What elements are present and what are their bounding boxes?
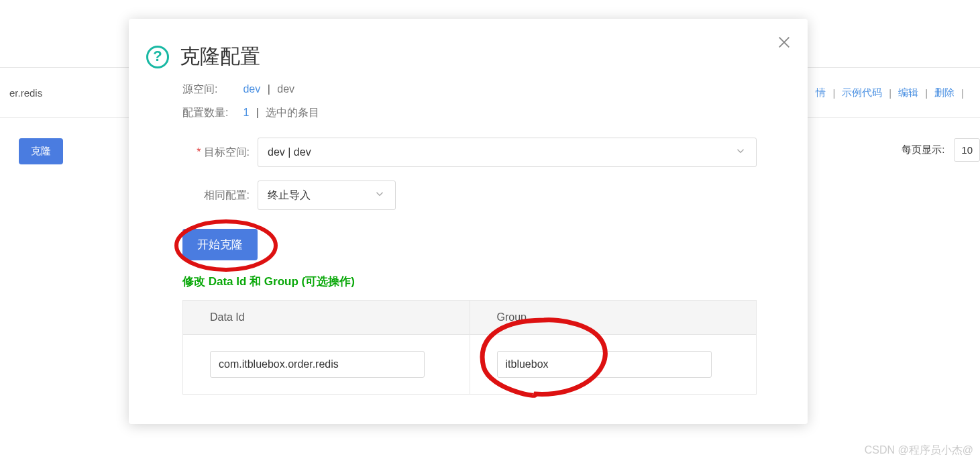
- same-config-value: 终止导入: [268, 189, 311, 203]
- config-count-label: 配置数量:: [182, 101, 240, 124]
- close-icon[interactable]: [773, 31, 796, 54]
- group-input[interactable]: [497, 351, 712, 378]
- start-clone-button[interactable]: 开始克隆: [182, 229, 258, 260]
- same-config-row: 相同配置: 终止导入: [166, 181, 770, 210]
- data-id-input[interactable]: [210, 351, 425, 378]
- target-space-row: *目标空间: dev | dev: [166, 138, 770, 167]
- clone-config-modal: 克隆配置 源空间: dev | dev 配置数量: 1 | 选中的条目 *目标空…: [129, 19, 808, 424]
- table-row: [183, 335, 757, 395]
- source-space-name: dev: [277, 83, 294, 95]
- modal-overlay: 克隆配置 源空间: dev | dev 配置数量: 1 | 选中的条目 *目标空…: [0, 0, 980, 463]
- cell-group: [470, 335, 757, 395]
- same-config-label: 相同配置:: [166, 189, 250, 203]
- start-clone-wrap: 开始克隆: [182, 229, 258, 260]
- header-data-id: Data Id: [183, 301, 470, 335]
- same-config-select[interactable]: 终止导入: [258, 181, 396, 210]
- cell-data-id: [183, 335, 470, 395]
- separator: |: [268, 83, 270, 95]
- target-space-select[interactable]: dev | dev: [258, 138, 757, 167]
- question-icon: [146, 46, 169, 68]
- source-space-link[interactable]: dev: [243, 83, 260, 95]
- target-space-value: dev | dev: [268, 146, 311, 158]
- optional-section-title: 修改 Data Id 和 Group (可选操作): [182, 274, 770, 289]
- target-space-label: *目标空间:: [166, 146, 250, 160]
- table-header-row: Data Id Group: [183, 301, 757, 335]
- chevron-down-icon: [734, 145, 747, 160]
- chevron-down-icon: [374, 188, 386, 203]
- config-count-line: 配置数量: 1 | 选中的条目: [182, 101, 770, 124]
- header-group: Group: [470, 301, 757, 335]
- separator: |: [256, 107, 259, 118]
- config-count-suffix: 选中的条目: [266, 107, 319, 118]
- edit-table: Data Id Group: [182, 300, 757, 395]
- source-space-label: 源空间:: [182, 77, 240, 101]
- source-space-line: 源空间: dev | dev: [182, 77, 770, 101]
- modal-header: 克隆配置: [146, 43, 770, 70]
- config-count-value: 1: [243, 107, 249, 118]
- modal-meta: 源空间: dev | dev 配置数量: 1 | 选中的条目: [182, 77, 770, 124]
- modal-title: 克隆配置: [180, 43, 260, 70]
